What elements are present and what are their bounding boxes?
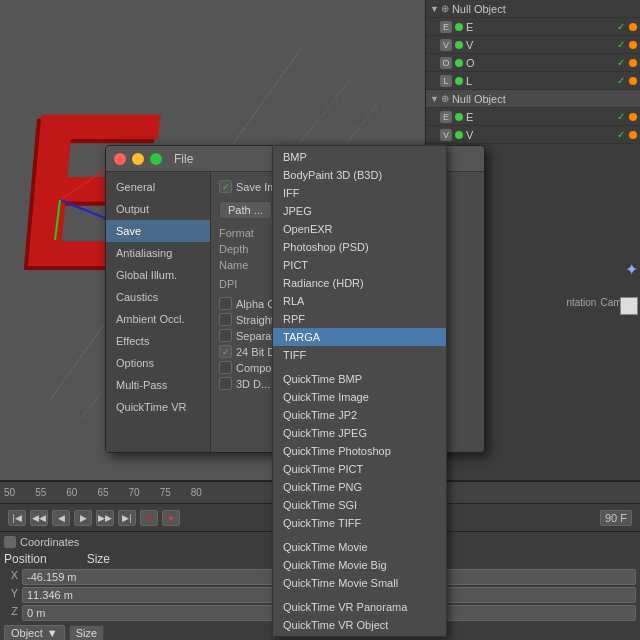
format-qt-tiff[interactable]: QuickTime TIFF bbox=[273, 514, 446, 532]
nav-quicktime-vr[interactable]: QuickTime VR bbox=[106, 396, 210, 418]
record-button[interactable]: ● bbox=[140, 510, 158, 526]
ruler-50: 50 bbox=[4, 487, 15, 498]
format-qt-vr-panorama[interactable]: QuickTime VR Panorama bbox=[273, 598, 446, 616]
nav-caustics[interactable]: Caustics bbox=[106, 286, 210, 308]
tag-icon: E bbox=[440, 111, 452, 123]
outliner-null-group[interactable]: ▼ ⊕ Null Object bbox=[426, 90, 640, 108]
format-qt-movie-small[interactable]: QuickTime Movie Small bbox=[273, 574, 446, 592]
format-qt-movie-big[interactable]: QuickTime Movie Big bbox=[273, 556, 446, 574]
play-fwd-button[interactable]: ▶▶ bbox=[96, 510, 114, 526]
separate-checkbox[interactable] bbox=[219, 329, 232, 342]
check-icon: ✓ bbox=[617, 75, 625, 86]
format-qt-photoshop[interactable]: QuickTime Photoshop bbox=[273, 442, 446, 460]
format-dropdown-menu: BMP BodyPaint 3D (B3D) IFF JPEG OpenEXR … bbox=[272, 145, 447, 637]
play-end-button[interactable]: ▶| bbox=[118, 510, 136, 526]
nav-ambient-occl[interactable]: Ambient Occl. bbox=[106, 308, 210, 330]
format-pict[interactable]: PICT bbox=[273, 256, 446, 274]
frame-display: 90 F bbox=[600, 510, 632, 526]
status-dot bbox=[455, 41, 463, 49]
straight-checkbox[interactable] bbox=[219, 313, 232, 326]
item-label: E bbox=[466, 111, 473, 123]
format-qt-image[interactable]: QuickTime Image bbox=[273, 388, 446, 406]
straight-label: Straight bbox=[236, 314, 274, 326]
auto-button[interactable]: ● bbox=[162, 510, 180, 526]
nav-global-illum[interactable]: Global Illum. bbox=[106, 264, 210, 286]
check-icon: ✓ bbox=[617, 57, 625, 68]
outliner-item-v2[interactable]: V V ✓ bbox=[426, 126, 640, 144]
check-icon: ✓ bbox=[617, 111, 625, 122]
tag-icon: V bbox=[440, 39, 452, 51]
nav-general[interactable]: General bbox=[106, 176, 210, 198]
play-start-button[interactable]: |◀ bbox=[8, 510, 26, 526]
close-button[interactable] bbox=[114, 153, 126, 165]
size-button[interactable]: Size bbox=[69, 625, 104, 640]
orange-dot bbox=[629, 59, 637, 67]
save-image-checkbox[interactable]: ✓ bbox=[219, 180, 232, 193]
nav-antialiasing[interactable]: Antialiasing bbox=[106, 242, 210, 264]
nav-effects[interactable]: Effects bbox=[106, 330, 210, 352]
format-rpf[interactable]: RPF bbox=[273, 310, 446, 328]
item-label: L bbox=[466, 75, 472, 87]
alpha-checkbox[interactable] bbox=[219, 297, 232, 310]
format-qt-png[interactable]: QuickTime PNG bbox=[273, 478, 446, 496]
status-dot bbox=[455, 131, 463, 139]
ruler-65: 65 bbox=[97, 487, 108, 498]
nav-multi-pass[interactable]: Multi-Pass bbox=[106, 374, 210, 396]
outliner-item-l[interactable]: L L ✓ bbox=[426, 72, 640, 90]
format-radiance[interactable]: Radiance (HDR) bbox=[273, 274, 446, 292]
orange-dot bbox=[629, 113, 637, 121]
blue-star: ✦ bbox=[625, 260, 638, 279]
outliner-item-v1[interactable]: V V ✓ bbox=[426, 36, 640, 54]
tag-icon: L bbox=[440, 75, 452, 87]
format-tiff[interactable]: TIFF bbox=[273, 346, 446, 364]
format-qt-vr-object[interactable]: QuickTime VR Object bbox=[273, 616, 446, 634]
bit24-checkbox[interactable]: ✓ bbox=[219, 345, 232, 358]
format-psd[interactable]: Photoshop (PSD) bbox=[273, 238, 446, 256]
minimize-button[interactable] bbox=[132, 153, 144, 165]
format-iff[interactable]: IFF bbox=[273, 184, 446, 202]
play-button[interactable]: ▶ bbox=[74, 510, 92, 526]
null-icon-2: ⊕ bbox=[441, 93, 449, 104]
path-button[interactable]: Path ... bbox=[219, 201, 272, 219]
nav-options[interactable]: Options bbox=[106, 352, 210, 374]
3d-checkbox[interactable] bbox=[219, 377, 232, 390]
orange-dot bbox=[629, 23, 637, 31]
dialog-title: File bbox=[174, 152, 193, 166]
maximize-button[interactable] bbox=[150, 153, 162, 165]
z-label: Z bbox=[4, 605, 20, 621]
size-header: Size bbox=[87, 552, 110, 566]
format-qt-movie[interactable]: QuickTime Movie bbox=[273, 538, 446, 556]
item-label: O bbox=[466, 57, 475, 69]
format-openexr[interactable]: OpenEXR bbox=[273, 220, 446, 238]
format-targa[interactable]: TARGA bbox=[273, 328, 446, 346]
null-object-label: Null Object bbox=[452, 3, 506, 15]
format-qt-sgi[interactable]: QuickTime SGI bbox=[273, 496, 446, 514]
orange-dot bbox=[629, 77, 637, 85]
format-qt-jpeg[interactable]: QuickTime JPEG bbox=[273, 424, 446, 442]
format-b3d[interactable]: BodyPaint 3D (B3D) bbox=[273, 166, 446, 184]
composite-checkbox[interactable] bbox=[219, 361, 232, 374]
outliner-item-e2[interactable]: E E ✓ bbox=[426, 108, 640, 126]
folder-arrow: ▼ bbox=[430, 4, 439, 14]
ruler-60: 60 bbox=[66, 487, 77, 498]
format-qt-jp2[interactable]: QuickTime JP2 bbox=[273, 406, 446, 424]
outliner-item-e1[interactable]: E E ✓ bbox=[426, 18, 640, 36]
nav-save[interactable]: Save bbox=[106, 220, 210, 242]
item-label: V bbox=[466, 39, 473, 51]
nav-output[interactable]: Output bbox=[106, 198, 210, 220]
format-rla[interactable]: RLA bbox=[273, 292, 446, 310]
object-dropdown-value: Object bbox=[11, 627, 43, 639]
play-back-button[interactable]: ◀ bbox=[52, 510, 70, 526]
coordinates-label: Coordinates bbox=[20, 536, 79, 548]
format-qt-pict[interactable]: QuickTime PICT bbox=[273, 460, 446, 478]
outliner-item-o[interactable]: O O ✓ bbox=[426, 54, 640, 72]
format-jpeg[interactable]: JPEG bbox=[273, 202, 446, 220]
play-prev-button[interactable]: ◀◀ bbox=[30, 510, 48, 526]
outliner-null-object-header[interactable]: ▼ ⊕ Null Object bbox=[426, 0, 640, 18]
format-label: Format bbox=[219, 227, 274, 239]
object-dropdown[interactable]: Object ▼ bbox=[4, 625, 65, 640]
format-qt-bmp[interactable]: QuickTime BMP bbox=[273, 370, 446, 388]
name-label: Name bbox=[219, 259, 274, 271]
format-bmp[interactable]: BMP bbox=[273, 148, 446, 166]
tag-icon: E bbox=[440, 21, 452, 33]
